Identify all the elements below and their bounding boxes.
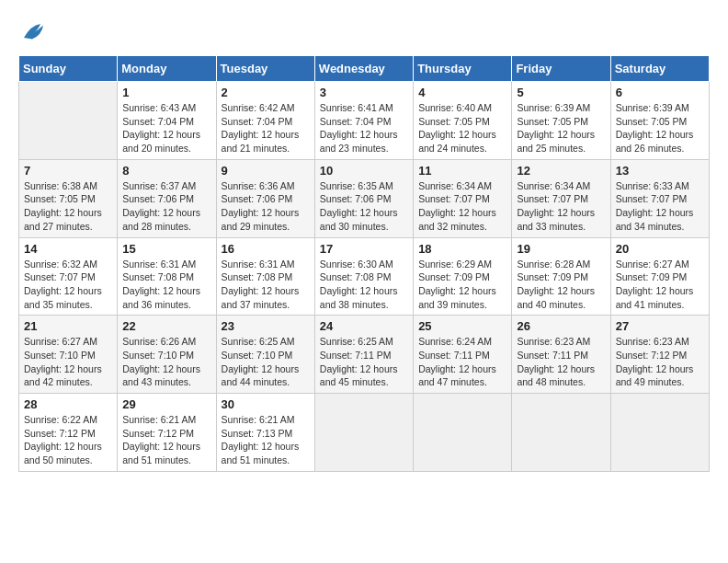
calendar-cell: 28Sunrise: 6:22 AM Sunset: 7:12 PM Dayli… — [19, 394, 118, 472]
logo — [18, 18, 50, 46]
calendar-cell: 6Sunrise: 6:39 AM Sunset: 7:05 PM Daylig… — [610, 82, 709, 160]
day-number: 7 — [24, 164, 112, 178]
calendar-cell: 3Sunrise: 6:41 AM Sunset: 7:04 PM Daylig… — [314, 82, 413, 160]
calendar-cell: 10Sunrise: 6:35 AM Sunset: 7:06 PM Dayli… — [314, 159, 413, 237]
day-info: Sunrise: 6:35 AM Sunset: 7:06 PM Dayligh… — [320, 179, 408, 234]
day-number: 16 — [222, 242, 310, 256]
calendar-cell: 13Sunrise: 6:33 AM Sunset: 7:07 PM Dayli… — [610, 159, 709, 237]
calendar-cell: 15Sunrise: 6:31 AM Sunset: 7:08 PM Dayli… — [118, 237, 216, 316]
calendar-header-wednesday: Wednesday — [314, 56, 413, 82]
day-number: 27 — [616, 319, 704, 333]
logo-icon — [18, 18, 46, 46]
calendar-cell — [414, 394, 512, 472]
calendar-cell: 7Sunrise: 6:38 AM Sunset: 7:05 PM Daylig… — [19, 159, 118, 237]
day-number: 17 — [320, 242, 408, 256]
calendar-cell: 30Sunrise: 6:21 AM Sunset: 7:13 PM Dayli… — [216, 394, 314, 472]
calendar-cell: 29Sunrise: 6:21 AM Sunset: 7:12 PM Dayli… — [118, 394, 216, 472]
calendar-cell: 19Sunrise: 6:28 AM Sunset: 7:09 PM Dayli… — [512, 237, 610, 316]
calendar-cell: 18Sunrise: 6:29 AM Sunset: 7:09 PM Dayli… — [414, 237, 512, 316]
day-number: 14 — [24, 242, 112, 256]
day-number: 25 — [418, 319, 506, 333]
calendar-header-thursday: Thursday — [414, 56, 512, 82]
day-info: Sunrise: 6:32 AM Sunset: 7:07 PM Dayligh… — [24, 258, 112, 312]
page-header — [18, 18, 710, 46]
calendar-cell: 17Sunrise: 6:30 AM Sunset: 7:08 PM Dayli… — [314, 237, 413, 316]
calendar-cell: 5Sunrise: 6:39 AM Sunset: 7:05 PM Daylig… — [512, 82, 610, 160]
day-info: Sunrise: 6:27 AM Sunset: 7:10 PM Dayligh… — [24, 335, 112, 389]
day-info: Sunrise: 6:33 AM Sunset: 7:07 PM Dayligh… — [616, 179, 704, 234]
calendar-cell: 25Sunrise: 6:24 AM Sunset: 7:11 PM Dayli… — [414, 316, 512, 394]
day-number: 26 — [517, 319, 605, 333]
calendar-header-sunday: Sunday — [19, 56, 118, 82]
calendar-cell: 1Sunrise: 6:43 AM Sunset: 7:04 PM Daylig… — [118, 82, 216, 160]
day-info: Sunrise: 6:30 AM Sunset: 7:08 PM Dayligh… — [320, 258, 408, 312]
day-number: 12 — [517, 164, 605, 178]
day-number: 5 — [517, 86, 605, 99]
calendar-cell: 12Sunrise: 6:34 AM Sunset: 7:07 PM Dayli… — [512, 159, 610, 237]
day-info: Sunrise: 6:29 AM Sunset: 7:09 PM Dayligh… — [418, 258, 506, 312]
day-info: Sunrise: 6:42 AM Sunset: 7:04 PM Dayligh… — [222, 101, 310, 155]
day-info: Sunrise: 6:22 AM Sunset: 7:12 PM Dayligh… — [24, 413, 112, 467]
calendar-table: SundayMondayTuesdayWednesdayThursdayFrid… — [18, 55, 710, 472]
day-number: 28 — [24, 397, 112, 411]
calendar-week-2: 7Sunrise: 6:38 AM Sunset: 7:05 PM Daylig… — [19, 159, 710, 237]
day-number: 4 — [418, 86, 506, 99]
day-number: 13 — [616, 164, 704, 178]
day-info: Sunrise: 6:26 AM Sunset: 7:10 PM Dayligh… — [122, 335, 210, 389]
calendar-header-tuesday: Tuesday — [216, 56, 314, 82]
calendar-header-monday: Monday — [118, 56, 216, 82]
calendar-cell — [19, 82, 118, 160]
day-number: 2 — [222, 86, 310, 99]
day-info: Sunrise: 6:39 AM Sunset: 7:05 PM Dayligh… — [517, 101, 605, 155]
day-info: Sunrise: 6:25 AM Sunset: 7:11 PM Dayligh… — [320, 335, 408, 389]
calendar-week-5: 28Sunrise: 6:22 AM Sunset: 7:12 PM Dayli… — [19, 394, 710, 472]
calendar-cell: 2Sunrise: 6:42 AM Sunset: 7:04 PM Daylig… — [216, 82, 314, 160]
calendar-cell: 21Sunrise: 6:27 AM Sunset: 7:10 PM Dayli… — [19, 316, 118, 394]
day-info: Sunrise: 6:40 AM Sunset: 7:05 PM Dayligh… — [418, 101, 506, 155]
calendar-cell: 27Sunrise: 6:23 AM Sunset: 7:12 PM Dayli… — [610, 316, 709, 394]
day-info: Sunrise: 6:21 AM Sunset: 7:13 PM Dayligh… — [222, 413, 310, 467]
calendar-cell: 24Sunrise: 6:25 AM Sunset: 7:11 PM Dayli… — [314, 316, 413, 394]
day-info: Sunrise: 6:36 AM Sunset: 7:06 PM Dayligh… — [222, 179, 310, 234]
calendar-header-saturday: Saturday — [610, 56, 709, 82]
day-number: 19 — [517, 242, 605, 256]
day-number: 11 — [418, 164, 506, 178]
day-number: 24 — [320, 319, 408, 333]
day-info: Sunrise: 6:31 AM Sunset: 7:08 PM Dayligh… — [222, 258, 310, 312]
day-number: 20 — [616, 242, 704, 256]
day-info: Sunrise: 6:37 AM Sunset: 7:06 PM Dayligh… — [122, 179, 210, 234]
day-number: 22 — [122, 319, 210, 333]
day-info: Sunrise: 6:38 AM Sunset: 7:05 PM Dayligh… — [24, 179, 112, 234]
calendar-week-4: 21Sunrise: 6:27 AM Sunset: 7:10 PM Dayli… — [19, 316, 710, 394]
calendar-cell — [512, 394, 610, 472]
calendar-header-friday: Friday — [512, 56, 610, 82]
day-number: 29 — [122, 397, 210, 411]
calendar-header-row: SundayMondayTuesdayWednesdayThursdayFrid… — [19, 56, 710, 82]
calendar-cell: 14Sunrise: 6:32 AM Sunset: 7:07 PM Dayli… — [19, 237, 118, 316]
day-info: Sunrise: 6:39 AM Sunset: 7:05 PM Dayligh… — [616, 101, 704, 155]
calendar-cell: 11Sunrise: 6:34 AM Sunset: 7:07 PM Dayli… — [414, 159, 512, 237]
day-number: 23 — [222, 319, 310, 333]
calendar-cell: 8Sunrise: 6:37 AM Sunset: 7:06 PM Daylig… — [118, 159, 216, 237]
calendar-cell: 26Sunrise: 6:23 AM Sunset: 7:11 PM Dayli… — [512, 316, 610, 394]
day-info: Sunrise: 6:23 AM Sunset: 7:11 PM Dayligh… — [517, 335, 605, 389]
day-info: Sunrise: 6:34 AM Sunset: 7:07 PM Dayligh… — [517, 179, 605, 234]
day-number: 8 — [122, 164, 210, 178]
day-number: 30 — [222, 397, 310, 411]
calendar-week-1: 1Sunrise: 6:43 AM Sunset: 7:04 PM Daylig… — [19, 82, 710, 160]
day-info: Sunrise: 6:31 AM Sunset: 7:08 PM Dayligh… — [122, 258, 210, 312]
day-number: 6 — [616, 86, 704, 99]
day-number: 18 — [418, 242, 506, 256]
day-info: Sunrise: 6:21 AM Sunset: 7:12 PM Dayligh… — [122, 413, 210, 467]
calendar-cell: 20Sunrise: 6:27 AM Sunset: 7:09 PM Dayli… — [610, 237, 709, 316]
day-number: 15 — [122, 242, 210, 256]
day-number: 21 — [24, 319, 112, 333]
calendar-cell: 23Sunrise: 6:25 AM Sunset: 7:10 PM Dayli… — [216, 316, 314, 394]
calendar-cell — [610, 394, 709, 472]
day-info: Sunrise: 6:41 AM Sunset: 7:04 PM Dayligh… — [320, 101, 408, 155]
day-info: Sunrise: 6:28 AM Sunset: 7:09 PM Dayligh… — [517, 258, 605, 312]
day-number: 1 — [122, 86, 210, 99]
day-info: Sunrise: 6:24 AM Sunset: 7:11 PM Dayligh… — [418, 335, 506, 389]
day-info: Sunrise: 6:23 AM Sunset: 7:12 PM Dayligh… — [616, 335, 704, 389]
day-info: Sunrise: 6:25 AM Sunset: 7:10 PM Dayligh… — [222, 335, 310, 389]
